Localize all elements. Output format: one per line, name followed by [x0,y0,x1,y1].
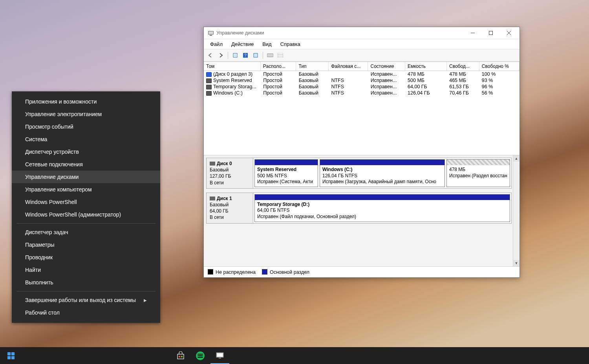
menu-help[interactable]: Справка [276,40,304,48]
winx-item-eventvwr[interactable]: Просмотр событий [12,120,160,133]
partition-windows-c[interactable]: Windows (C:) 126,04 ГБ NTFS Исправен (За… [320,159,445,187]
scroll-up-icon[interactable]: ▲ [513,155,519,162]
harddisk-icon [210,162,215,166]
scroll-down-icon[interactable]: ▼ [513,260,519,266]
svg-rect-1 [209,31,213,34]
winx-item-apps[interactable]: Приложения и возможности [12,95,160,108]
winx-item-devmgr[interactable]: Диспетчер устройств [12,146,160,158]
winx-item-compmgmt[interactable]: Управление компьютером [12,183,160,196]
svg-rect-2 [210,35,212,36]
help-icon[interactable]: ? [241,51,250,59]
svg-rect-8 [234,54,236,56]
list-body: (Диск 0 раздел 3) ПростойБазовый Исправе… [204,71,519,96]
titlebar[interactable]: Управление дисками [204,27,519,39]
list-item[interactable]: (Диск 0 раздел 3) ПростойБазовый Исправе… [204,71,519,77]
winx-item-diskmgmt[interactable]: Управление дисками [12,171,160,183]
menubar[interactable]: Файл Действие Вид Справка [204,39,519,49]
disk0-label: Диск 0 Базовый 127,00 ГБ В сети [207,158,253,188]
chevron-right-icon: ▶ [144,298,147,302]
disk1-label: Диск 1 Базовый 64,00 ГБ В сети [207,193,253,223]
svg-rect-17 [11,352,15,355]
disk-graphical-pane[interactable]: ▲ ▼ Диск 0 Базовый 127,00 ГБ В сети Syst… [204,155,519,266]
start-button[interactable] [2,348,20,364]
winx-item-desktop[interactable]: Рабочий стол [12,306,160,319]
minimize-button[interactable] [464,27,482,39]
col-fs[interactable]: Файловая с... [329,62,368,71]
winx-item-search[interactable]: Найти [12,264,160,276]
taskbar-diskmgmt-icon[interactable] [210,348,229,364]
volume-icon [206,72,212,77]
disk-management-window[interactable]: Управление дисками Файл Действие Вид Спр… [203,27,520,278]
list-item[interactable]: System Reserved ПростойБазовый NTFSИспра… [204,77,519,84]
volume-icon [206,78,212,83]
forward-icon[interactable] [216,51,225,59]
scrollbar[interactable]: ▲ ▼ [513,155,519,266]
winx-item-settings[interactable]: Параметры [12,238,160,251]
col-type[interactable]: Тип [296,62,329,71]
disk-icon[interactable] [266,51,274,59]
svg-rect-4 [489,31,493,35]
partition-temporary-d[interactable]: Temporary Storage (D:) 64,00 ГБ NTFS Исп… [254,194,510,222]
svg-rect-25 [219,358,221,359]
col-state[interactable]: Состояние [368,62,405,71]
menu-file[interactable]: Файл [206,40,227,48]
list-item[interactable]: Temporary Storag... ПростойБазовый NTFSИ… [204,84,519,90]
winx-item-shutdown[interactable]: Завершение работы или выход из системы ▶ [12,294,160,306]
svg-rect-11 [254,53,258,57]
volume-icon [206,91,212,96]
winx-item-powershell-admin[interactable]: Windows PowerShell (администратор) [12,208,160,221]
window-title: Управление дисками [216,30,464,36]
volume-icon [206,85,212,89]
toolbar: ? [204,49,519,62]
legend: Не распределена Основной раздел [204,266,519,277]
disk1-block[interactable]: Диск 1 Базовый 64,00 ГБ В сети Temporary… [206,193,512,224]
col-cap[interactable]: Емкость [405,62,447,71]
legend-unallocated-icon [208,269,213,275]
taskbar[interactable] [0,347,589,364]
refresh-icon[interactable] [231,51,240,59]
partition-recovery[interactable]: 478 МБ Исправен (Раздел восстан [446,159,510,187]
winx-item-powershell[interactable]: Windows PowerShell [12,196,160,208]
svg-rect-22 [181,356,183,357]
separator [16,291,155,291]
svg-rect-19 [11,356,15,359]
winx-item-netconn[interactable]: Сетевые подключения [12,158,160,171]
svg-rect-18 [7,356,11,359]
svg-rect-24 [217,353,223,357]
svg-text:?: ? [244,53,247,58]
maximize-button[interactable] [482,27,500,39]
separator [16,223,155,224]
svg-rect-20 [177,354,184,359]
winx-item-run[interactable]: Выполнить [12,276,160,289]
diskmgmt-icon [208,30,214,36]
list-icon[interactable] [276,51,285,59]
legend-primary-label: Основной раздел [270,269,309,275]
menu-action[interactable]: Действие [227,40,258,48]
winx-item-taskmgr[interactable]: Диспетчер задач [12,226,160,238]
col-pct[interactable]: Свободно % [479,62,519,71]
column-headers[interactable]: Том Располо... Тип Файловая с... Состоян… [204,62,519,71]
list-item[interactable]: Windows (C:) ПростойБазовый NTFSИсправен… [204,90,519,96]
harddisk-icon [210,197,215,200]
volume-list[interactable]: Том Располо... Тип Файловая с... Состоян… [204,62,519,155]
winx-item-power[interactable]: Управление электропитанием [12,108,160,120]
close-button[interactable] [500,27,518,39]
partition-system-reserved[interactable]: System Reserved 500 МБ NTFS Исправен (Си… [254,159,318,187]
back-icon[interactable] [206,51,215,59]
svg-rect-16 [7,352,11,355]
legend-primary-icon [262,269,267,275]
winx-item-explorer[interactable]: Проводник [12,251,160,264]
taskbar-store-icon[interactable] [171,348,190,364]
taskbar-spotify-icon[interactable] [191,348,210,364]
svg-rect-21 [179,356,180,357]
col-volume[interactable]: Том [204,62,261,71]
col-layout[interactable]: Располо... [261,62,296,71]
disk0-block[interactable]: Диск 0 Базовый 127,00 ГБ В сети System R… [206,158,512,189]
svg-rect-12 [267,54,273,57]
svg-rect-13 [278,53,283,58]
menu-view[interactable]: Вид [258,40,276,48]
properties-icon[interactable] [251,51,260,59]
winx-menu[interactable]: Приложения и возможности Управление элек… [12,91,160,323]
col-free[interactable]: Свобод... [447,62,479,71]
winx-item-system[interactable]: Система [12,133,160,146]
